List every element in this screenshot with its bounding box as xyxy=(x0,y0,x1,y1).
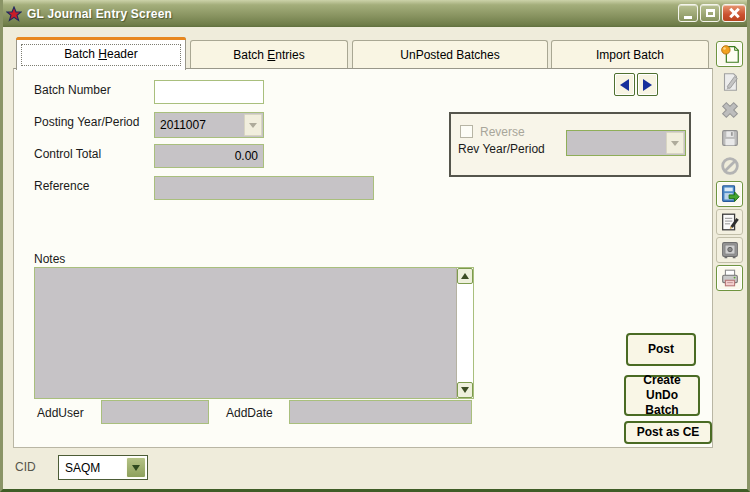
chevron-down-icon xyxy=(249,123,257,128)
notes-scrollbar[interactable] xyxy=(456,268,473,398)
save-icon xyxy=(719,127,741,149)
print-icon xyxy=(719,267,741,289)
tab-label: Import Batch xyxy=(596,48,664,62)
rev-year-period-value xyxy=(572,131,663,155)
reference-field xyxy=(154,176,374,200)
cid-value: SAQM xyxy=(65,456,123,479)
arrow-down-icon xyxy=(461,387,469,393)
post-as-ce-button[interactable]: Post as CE xyxy=(624,421,712,444)
browse-icon xyxy=(719,183,741,205)
window-title: GL Journal Entry Screen xyxy=(27,7,172,21)
close-icon xyxy=(728,7,740,19)
add-user-field xyxy=(101,400,209,424)
chevron-down-icon xyxy=(671,141,679,146)
batch-number-input[interactable] xyxy=(154,80,264,104)
notes-label: Notes xyxy=(34,252,65,266)
delete-icon xyxy=(719,99,741,121)
cancel-icon xyxy=(719,155,741,177)
notes-icon xyxy=(719,211,741,233)
create-undo-batch-button[interactable]: Create UnDo Batch xyxy=(624,375,700,416)
maximize-icon xyxy=(706,9,715,17)
tab-unposted-batches[interactable]: UnPosted Batches xyxy=(352,40,548,68)
maximize-button[interactable] xyxy=(700,4,720,22)
control-total-field: 0.00 xyxy=(154,144,264,168)
rev-year-period-label: Rev Year/Period xyxy=(458,142,545,156)
new-entry-button[interactable] xyxy=(716,41,743,67)
arrow-right-icon xyxy=(643,79,652,91)
tab-label: UnPosted Batches xyxy=(400,48,499,62)
cid-dropdown-button[interactable] xyxy=(126,457,146,478)
delete-entry-button[interactable] xyxy=(716,97,743,123)
new-entry-icon xyxy=(719,43,741,65)
scroll-down-button[interactable] xyxy=(457,382,473,398)
chevron-down-icon xyxy=(132,465,140,471)
scroll-up-button[interactable] xyxy=(457,268,473,284)
notes-textarea[interactable] xyxy=(35,268,456,398)
cancel-button[interactable] xyxy=(716,153,743,179)
app-star-icon xyxy=(6,6,22,22)
batch-header-panel: Batch Number Posting Year/Period 2011007… xyxy=(13,68,713,448)
gl-journal-entry-window: GL Journal Entry Screen Batch Header Bat… xyxy=(0,0,750,492)
titlebar: GL Journal Entry Screen xyxy=(0,0,750,27)
side-toolbar xyxy=(716,38,746,298)
cid-label: CID xyxy=(15,460,36,474)
add-user-label: AddUser xyxy=(37,406,84,420)
post-button[interactable]: Post xyxy=(626,333,696,366)
notes-button[interactable] xyxy=(716,209,743,235)
arrow-left-icon xyxy=(620,79,629,91)
arrow-up-icon xyxy=(461,273,469,279)
window-controls xyxy=(678,4,746,22)
reverse-checkbox xyxy=(460,125,473,138)
add-date-field xyxy=(289,400,472,424)
batch-number-label: Batch Number xyxy=(34,83,111,97)
next-record-button[interactable] xyxy=(637,73,658,96)
posting-year-period-value: 2011007 xyxy=(160,113,241,137)
posting-year-period-select[interactable]: 2011007 xyxy=(154,112,264,138)
rev-year-period-select xyxy=(566,130,686,156)
browse-button[interactable] xyxy=(716,181,743,207)
rev-year-period-dropdown-button xyxy=(666,132,684,154)
tab-batch-entries[interactable]: Batch Entries xyxy=(190,40,348,68)
save-button[interactable] xyxy=(716,125,743,151)
tab-focus-rect xyxy=(21,44,181,66)
minimize-button[interactable] xyxy=(678,4,698,22)
previous-record-button[interactable] xyxy=(614,73,635,96)
posting-year-period-label: Posting Year/Period xyxy=(34,115,139,129)
reverse-groupbox: Reverse Rev Year/Period xyxy=(449,112,691,177)
control-total-label: Control Total xyxy=(34,147,101,161)
reference-label: Reference xyxy=(34,179,89,193)
tab-label: Batch Entries xyxy=(233,48,304,62)
reverse-label: Reverse xyxy=(480,125,525,139)
safe-button[interactable] xyxy=(716,237,743,263)
tab-import-batch[interactable]: Import Batch xyxy=(551,40,709,68)
notes-box xyxy=(34,267,474,399)
minimize-icon xyxy=(684,16,692,19)
close-button[interactable] xyxy=(722,4,746,22)
cid-select[interactable]: SAQM xyxy=(58,455,148,480)
print-button[interactable] xyxy=(716,265,743,291)
add-date-label: AddDate xyxy=(226,406,273,420)
safe-icon xyxy=(719,239,741,261)
edit-entry-button[interactable] xyxy=(716,69,743,95)
posting-year-period-dropdown-button xyxy=(244,114,262,136)
tab-batch-header[interactable]: Batch Header xyxy=(16,37,186,70)
edit-icon xyxy=(719,71,741,93)
